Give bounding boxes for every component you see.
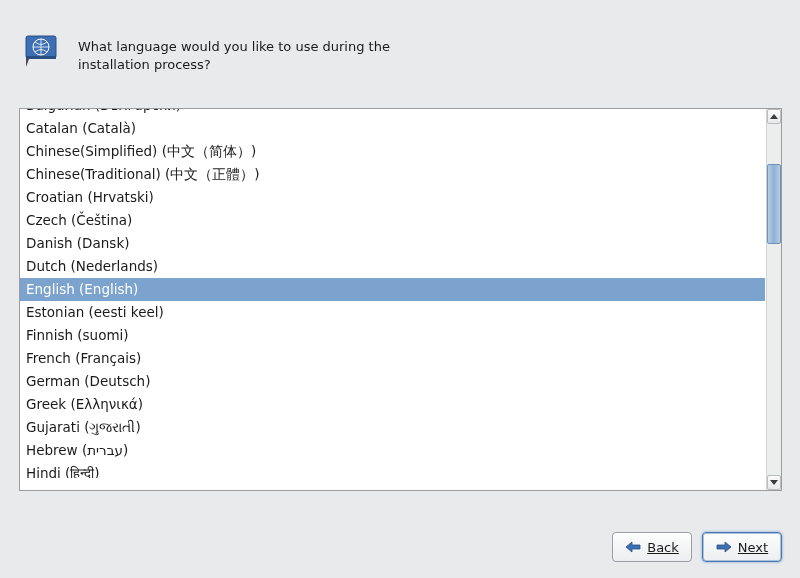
language-option[interactable]: Croatian (Hrvatski): [20, 186, 765, 209]
language-option[interactable]: Danish (Dansk): [20, 232, 765, 255]
flag-globe-icon: [24, 34, 60, 70]
svg-rect-2: [26, 56, 56, 59]
footer-buttons: Back Next: [612, 532, 782, 562]
language-option[interactable]: Catalan (Català): [20, 117, 765, 140]
header: What language would you like to use duri…: [0, 0, 800, 73]
scrollbar-thumb[interactable]: [767, 164, 781, 244]
back-button-label: Back: [647, 540, 679, 555]
svg-marker-3: [26, 59, 29, 67]
language-option[interactable]: German (Deutsch): [20, 370, 765, 393]
language-list-viewport: Bulgarian (Български)Catalan (Català)Chi…: [20, 109, 765, 490]
back-button[interactable]: Back: [612, 532, 692, 562]
language-option[interactable]: English (English): [20, 278, 765, 301]
arrow-right-icon: [716, 541, 732, 553]
language-listbox[interactable]: Bulgarian (Български)Catalan (Català)Chi…: [19, 108, 782, 491]
language-option[interactable]: Gujarati (ગુજરાતી): [20, 416, 765, 439]
arrow-left-icon: [625, 541, 641, 553]
language-option[interactable]: Hebrew (עברית): [20, 439, 765, 462]
next-button[interactable]: Next: [702, 532, 782, 562]
language-option[interactable]: Greek (Ελληνικά): [20, 393, 765, 416]
language-option[interactable]: French (Français): [20, 347, 765, 370]
prompt-text: What language would you like to use duri…: [78, 34, 390, 73]
language-option[interactable]: Hindi (हिन्दी): [20, 462, 765, 478]
language-option[interactable]: Dutch (Nederlands): [20, 255, 765, 278]
arrow-down-icon: [770, 480, 778, 485]
scroll-down-button[interactable]: [767, 475, 781, 490]
language-option[interactable]: Finnish (suomi): [20, 324, 765, 347]
arrow-up-icon: [770, 114, 778, 119]
scrollbar[interactable]: [766, 109, 781, 490]
scroll-up-button[interactable]: [767, 109, 781, 124]
language-option[interactable]: Estonian (eesti keel): [20, 301, 765, 324]
scrollbar-track[interactable]: [767, 124, 781, 475]
language-option[interactable]: Czech (Čeština): [20, 209, 765, 232]
next-button-label: Next: [738, 540, 768, 555]
language-option[interactable]: Bulgarian (Български): [20, 109, 765, 117]
language-option[interactable]: Chinese(Simplified) (中文（简体）): [20, 140, 765, 163]
language-option[interactable]: Chinese(Traditional) (中文（正體）): [20, 163, 765, 186]
prompt-line-2: installation process?: [78, 57, 211, 72]
prompt-line-1: What language would you like to use duri…: [78, 39, 390, 54]
